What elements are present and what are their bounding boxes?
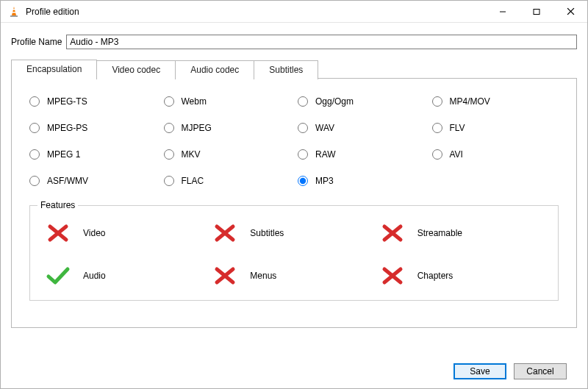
radio-input[interactable] [29, 149, 40, 160]
radio-mkv[interactable]: MKV [164, 149, 291, 160]
tab-encapsulation[interactable]: Encapsulation [11, 60, 97, 79]
radio-webm[interactable]: Webm [164, 96, 291, 107]
minimize-button[interactable] [486, 1, 520, 22]
features-groupbox: Features VideoSubtitlesStreamableAudioMe… [29, 205, 559, 301]
tab-panel-encapsulation: MPEG-TSWebmOgg/OgmMP4/MOVMPEG-PSMJPEGWAV… [11, 78, 577, 328]
close-icon [567, 7, 575, 15]
feature-label: Video [83, 228, 105, 238]
radio-label: FLAC [182, 176, 204, 186]
check-icon [43, 265, 73, 287]
radio-label: MP3 [315, 176, 334, 186]
radio-label: Ogg/Ogm [315, 96, 354, 107]
feature-video: Video [43, 222, 210, 244]
radio-label: RAW [315, 149, 336, 160]
close-button[interactable] [553, 1, 587, 22]
radio-raw[interactable]: RAW [298, 149, 425, 160]
radio-avi[interactable]: AVI [432, 149, 559, 160]
svg-rect-5 [534, 9, 539, 14]
radio-input[interactable] [164, 96, 174, 107]
radio-input[interactable] [164, 149, 174, 160]
radio-wav[interactable]: WAV [298, 123, 425, 133]
feature-label: Audio [83, 271, 106, 281]
radio-mp3[interactable]: MP3 [298, 176, 425, 186]
tab-audio-codec[interactable]: Audio codec [175, 60, 254, 79]
radio-label: WAV [315, 123, 334, 133]
radio-label: MP4/MOV [450, 96, 490, 107]
tabs-container: EncapsulationVideo codecAudio codecSubti… [11, 60, 577, 329]
tab-subtitles[interactable]: Subtitles [254, 60, 318, 79]
radio-flv[interactable]: FLV [432, 123, 559, 133]
svg-marker-0 [12, 7, 16, 15]
dialog-window: Profile edition Profile Name Encapsulati… [0, 0, 588, 389]
cross-icon [378, 265, 407, 287]
window-title: Profile edition [26, 7, 486, 17]
tab-row: EncapsulationVideo codecAudio codecSubti… [11, 60, 577, 79]
radio-input[interactable] [29, 123, 40, 133]
radio-label: Webm [182, 96, 207, 107]
feature-label: Streamable [417, 228, 462, 238]
radio-mp4-mov[interactable]: MP4/MOV [432, 96, 559, 107]
tab-video-codec[interactable]: Video codec [96, 60, 176, 79]
minimize-icon [499, 8, 506, 15]
radio-flac[interactable]: FLAC [164, 176, 291, 186]
radio-input[interactable] [164, 176, 174, 186]
feature-streamable: Streamable [378, 222, 545, 244]
maximize-button[interactable] [520, 1, 553, 22]
feature-chapters: Chapters [378, 265, 545, 287]
radio-ogg-ogm[interactable]: Ogg/Ogm [298, 96, 425, 107]
radio-input[interactable] [29, 96, 40, 107]
radio-label: FLV [450, 123, 465, 133]
feature-label: Chapters [417, 271, 453, 281]
radio-input[interactable] [298, 149, 308, 160]
feature-audio: Audio [43, 265, 210, 287]
feature-label: Menus [250, 271, 276, 281]
radio-mpeg-1[interactable]: MPEG 1 [29, 149, 157, 160]
feature-menus: Menus [210, 265, 377, 287]
svg-rect-1 [12, 9, 15, 10]
profile-name-label: Profile Name [11, 37, 62, 47]
radio-input[interactable] [432, 123, 442, 133]
save-button[interactable]: Save [453, 363, 506, 379]
profile-name-row: Profile Name [11, 35, 577, 49]
cross-icon [378, 222, 407, 244]
cross-icon [210, 222, 240, 244]
radio-label: MPEG-PS [47, 123, 87, 133]
radio-input[interactable] [298, 123, 308, 133]
svg-rect-2 [12, 12, 16, 13]
radio-input[interactable] [432, 149, 442, 160]
radio-input[interactable] [298, 176, 308, 186]
radio-input[interactable] [432, 96, 442, 107]
profile-name-input[interactable] [66, 35, 577, 49]
cross-icon [210, 265, 240, 287]
radio-mpeg-ps[interactable]: MPEG-PS [29, 123, 157, 133]
feature-subtitles: Subtitles [210, 222, 377, 244]
radio-label: ASF/WMV [47, 176, 88, 186]
window-controls [486, 1, 587, 22]
radio-mjpeg[interactable]: MJPEG [164, 123, 291, 133]
radio-label: MPEG-TS [47, 96, 87, 107]
cancel-button[interactable]: Cancel [514, 363, 567, 379]
radio-asf-wmv[interactable]: ASF/WMV [29, 176, 157, 186]
features-grid: VideoSubtitlesStreamableAudioMenusChapte… [43, 222, 545, 287]
radio-input[interactable] [164, 123, 174, 133]
cross-icon [43, 222, 73, 244]
radio-input[interactable] [29, 176, 40, 186]
radio-label: MKV [182, 149, 201, 160]
radio-label: MPEG 1 [47, 149, 80, 160]
radio-label: AVI [450, 149, 463, 160]
encapsulation-radio-grid: MPEG-TSWebmOgg/OgmMP4/MOVMPEG-PSMJPEGWAV… [29, 96, 559, 186]
radio-input[interactable] [298, 96, 308, 107]
radio-label: MJPEG [182, 123, 212, 133]
svg-rect-3 [10, 15, 18, 17]
vlc-cone-icon [8, 6, 20, 18]
content-area: Profile Name EncapsulationVideo codecAud… [1, 23, 587, 388]
feature-label: Subtitles [250, 228, 284, 238]
radio-mpeg-ts[interactable]: MPEG-TS [29, 96, 157, 107]
dialog-button-row: Save Cancel [11, 357, 577, 379]
features-title: Features [37, 200, 78, 210]
maximize-icon [533, 8, 540, 15]
titlebar: Profile edition [1, 1, 587, 23]
